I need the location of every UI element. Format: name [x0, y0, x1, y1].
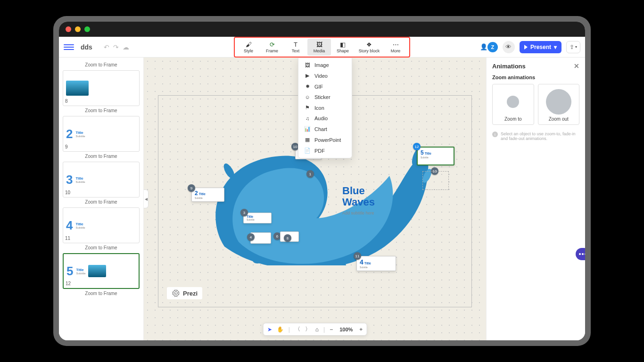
- frame-card[interactable]: 2 TitleSubtitle: [191, 188, 224, 202]
- frame-icon: ⟳: [270, 41, 275, 48]
- undo-button[interactable]: ↶: [104, 43, 109, 51]
- frames-panel[interactable]: Zoom to Frame 8 Zoom to Frame 2 TitleSub…: [59, 58, 144, 340]
- circle-icon: [546, 89, 571, 115]
- shape-button[interactable]: ◧Shape: [331, 39, 355, 56]
- play-icon: [524, 45, 528, 49]
- chevron-down-icon: ▾: [554, 44, 557, 50]
- zoom-to-option[interactable]: Zoom to: [492, 84, 534, 125]
- frame-thumb[interactable]: 2 TitleSubtitle 9: [63, 116, 140, 152]
- image-icon: 🖼: [304, 62, 311, 68]
- prev-frame-button[interactable]: 〈: [295, 325, 300, 333]
- chevron-down-icon: ▾: [575, 45, 577, 49]
- pdf-icon: 📄: [304, 148, 311, 154]
- home-button[interactable]: ⌂: [315, 326, 319, 333]
- circle-icon: [507, 96, 519, 108]
- dd-chart[interactable]: 📊Chart: [298, 123, 352, 134]
- dd-image[interactable]: 🖼Image: [298, 60, 352, 70]
- right-toolbar: 👤 Z 👁 Present▾ ⇪▾: [480, 41, 580, 53]
- frame-thumb[interactable]: 4 TitleSubtitle 11: [63, 207, 140, 243]
- more-icon: ⋯: [393, 41, 399, 48]
- window-maximize-icon[interactable]: [84, 26, 90, 32]
- pointer-tool[interactable]: ➤: [267, 326, 272, 333]
- animations-panel: Animations ✕ Zoom animations Zoom to Zoo…: [486, 58, 585, 340]
- frame-thumb[interactable]: 8: [63, 70, 140, 106]
- svg-point-3: [253, 258, 262, 263]
- dd-pdf[interactable]: 📄PDF: [298, 145, 352, 156]
- frame-thumb[interactable]: 3 TitleSubtitle 10: [63, 162, 140, 197]
- thumb-label: Zoom to Frame: [63, 199, 140, 205]
- video-icon: ▶: [304, 73, 311, 79]
- gif-icon: ✹: [304, 83, 311, 90]
- frame-badge: 8: [284, 234, 291, 242]
- animation-options: Zoom to Zoom out: [492, 84, 579, 125]
- pan-tool[interactable]: ✋: [277, 326, 284, 333]
- style-button[interactable]: 🖌Style: [237, 39, 260, 56]
- dd-icon[interactable]: ⚑Icon: [298, 102, 352, 113]
- dd-sticker[interactable]: ☺Sticker: [298, 92, 352, 102]
- redo-button[interactable]: ↷: [113, 43, 119, 51]
- prezi-icon: [172, 289, 180, 297]
- chat-button[interactable]: [576, 248, 585, 260]
- frame-thumb-selected[interactable]: 5 TitleSubtitle 12: [63, 253, 140, 289]
- browser-titlebar: [59, 22, 585, 37]
- dd-powerpoint[interactable]: ▦PowerPoint: [298, 134, 352, 145]
- browser-window: dds ↶ ↷ ☁ 🖌Style ⟳Frame TText 🖼Media ◧Sh…: [59, 22, 585, 340]
- frame-card[interactable]: 4 TitleSubtitle: [356, 256, 396, 271]
- zoom-in-button[interactable]: +: [359, 326, 363, 333]
- layers-icon: ❖: [366, 41, 372, 48]
- thumb-image: [88, 265, 106, 277]
- window-close-icon[interactable]: [66, 26, 71, 32]
- user-avatar: Z: [487, 42, 498, 52]
- chart-icon: 📊: [304, 126, 311, 132]
- storyblock-button[interactable]: ❖Story block: [355, 39, 384, 56]
- preview-button[interactable]: 👁: [503, 41, 515, 53]
- zoom-level[interactable]: 100%: [338, 327, 355, 332]
- dd-audio[interactable]: ♫Audio: [298, 113, 352, 123]
- thumb-label: Zoom to Frame: [63, 108, 140, 113]
- collapse-sidebar-button[interactable]: ◀: [144, 189, 149, 208]
- share-button[interactable]: ⇪▾: [566, 41, 580, 53]
- thumb-label: Zoom to Frame: [63, 154, 140, 159]
- section-title: Zoom animations: [492, 74, 579, 80]
- music-icon: ♫: [304, 115, 311, 121]
- text-button[interactable]: TText: [284, 39, 307, 56]
- sticker-icon: ☺: [304, 94, 311, 100]
- close-panel-button[interactable]: ✕: [574, 62, 579, 70]
- frame-card-selected[interactable]: 5 TitleSubtitle: [417, 147, 454, 165]
- frame-button[interactable]: ⟳Frame: [260, 39, 284, 56]
- frame-badge: 12: [413, 143, 421, 150]
- selection-outline: [422, 171, 449, 190]
- collaborators[interactable]: 👤 Z: [480, 42, 498, 52]
- media-dropdown: 🖼Image ▶Video ✹GIF ☺Sticker ⚑Icon ♫Audio…: [298, 58, 352, 158]
- topbar: dds ↶ ↷ ☁ 🖌Style ⟳Frame TText 🖼Media ◧Sh…: [59, 37, 585, 58]
- next-frame-button[interactable]: 〉: [305, 325, 311, 333]
- window-minimize-icon[interactable]: [75, 26, 81, 32]
- eye-icon: 👁: [505, 43, 512, 50]
- zoom-out-button[interactable]: −: [330, 326, 333, 333]
- zoom-out-option[interactable]: Zoom out: [538, 84, 580, 125]
- prezi-watermark: Prezi: [167, 287, 202, 299]
- more-button[interactable]: ⋯More: [384, 39, 407, 56]
- menu-button[interactable]: [64, 44, 74, 50]
- panel-hint: i Select an object to use zoom-to, fade-…: [492, 132, 579, 141]
- frame-badge: 9: [188, 184, 195, 192]
- dd-gif[interactable]: ✹GIF: [298, 81, 352, 92]
- device-frame: dds ↶ ↷ ☁ 🖌Style ⟳Frame TText 🖼Media ◧Sh…: [53, 16, 591, 346]
- presentation-title[interactable]: BlueWaves Add subtitle here: [342, 185, 375, 215]
- present-button[interactable]: Present▾: [520, 41, 561, 53]
- shape-icon: ◧: [340, 41, 346, 48]
- history-controls: ↶ ↷ ☁: [104, 43, 129, 51]
- thumb-label: Zoom to Frame: [63, 291, 140, 296]
- dd-video[interactable]: ▶Video: [298, 70, 352, 81]
- text-icon: T: [294, 41, 297, 48]
- flag-icon: ⚑: [304, 105, 311, 111]
- brush-icon: 🖌: [246, 41, 252, 48]
- frame-badge: 4: [247, 233, 255, 241]
- frame-badge: 1: [306, 170, 314, 178]
- canvas[interactable]: Add image or media 🖼Image ▶Video ✹GIF ☺S…: [144, 58, 486, 340]
- cloud-sync-icon: ☁: [123, 43, 129, 51]
- document-title[interactable]: dds: [81, 43, 92, 51]
- thumb-image: [66, 81, 89, 96]
- ppt-icon: ▦: [304, 137, 311, 143]
- media-button[interactable]: 🖼Media: [307, 39, 331, 56]
